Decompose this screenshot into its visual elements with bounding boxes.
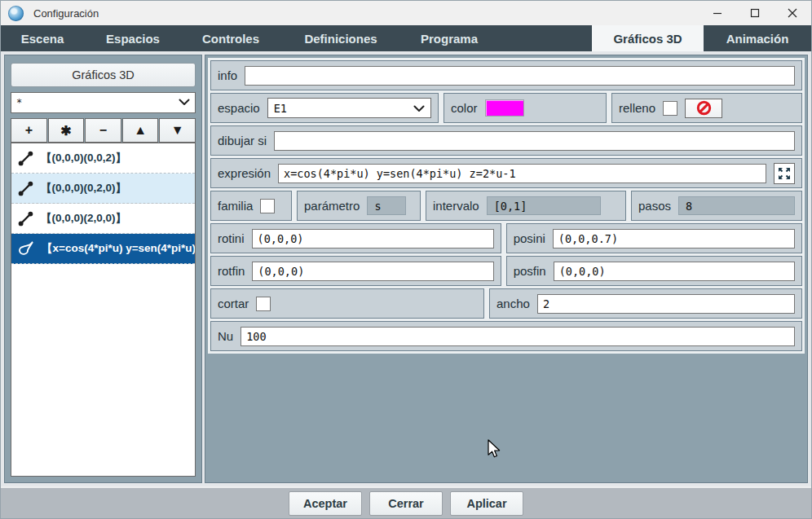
dibujar-si-label: dibujar si <box>218 134 267 147</box>
espacio-dropdown[interactable]: E1 <box>267 98 431 118</box>
dibujar-si-row: dibujar si <box>210 125 802 156</box>
tab-espacios[interactable]: Espacios <box>84 25 182 51</box>
move-up-button[interactable]: ▲ <box>122 118 159 143</box>
rotini-row: rotini <box>210 223 501 253</box>
minimize-button[interactable] <box>699 1 736 25</box>
footer-bar: Aceptar Cerrar Aplicar <box>1 486 811 518</box>
configuration-window: Configuración Escena Espacios Controles … <box>0 0 812 519</box>
familia-row: familia <box>210 191 292 221</box>
intervalo-field: [0,1] <box>487 196 601 215</box>
sidebar-title-button[interactable]: Gráficos 3D <box>11 63 196 87</box>
maximize-icon <box>750 8 760 18</box>
posini-input[interactable] <box>553 229 795 249</box>
filter-value: * <box>16 97 22 108</box>
add-graphic-button[interactable]: + <box>11 118 47 143</box>
close-icon <box>788 8 797 18</box>
info-label: info <box>218 68 237 82</box>
espacio-label: espacio <box>218 101 260 115</box>
expresion-label: expresión <box>218 166 271 180</box>
posfin-label: posfin <box>514 264 546 278</box>
espacio-value: E1 <box>274 102 287 115</box>
chevron-down-icon <box>179 97 190 108</box>
tab-programa[interactable]: Programa <box>402 25 496 51</box>
tab-animacion[interactable]: Animación <box>704 25 811 51</box>
list-item[interactable]: 【(0,0,0)(0,0,2)】 <box>11 143 195 174</box>
familia-label: familia <box>218 199 253 213</box>
nu-label: Nu <box>218 329 233 343</box>
list-item[interactable]: 【(0,0,0)(0,2,0)】 <box>11 174 195 204</box>
main-area: Gráficos 3D * + ✱ − ▲ ▼ 【(0 <box>1 51 811 486</box>
fill-color-button[interactable] <box>685 99 722 118</box>
relleno-checkbox[interactable] <box>663 101 677 116</box>
posfin-input[interactable] <box>554 262 795 281</box>
parametro-row: parámetro s <box>297 191 421 221</box>
parametro-label: parámetro <box>304 199 360 213</box>
window-title: Configuración <box>33 7 99 20</box>
rotini-input[interactable] <box>252 229 494 249</box>
intervalo-row: intervalo [0,1] <box>426 191 626 221</box>
chevron-down-icon <box>413 102 425 115</box>
color-label: color <box>451 101 478 115</box>
posini-label: posini <box>514 231 545 245</box>
close-dialog-button[interactable]: Cerrar <box>369 491 443 516</box>
ancho-row: ancho <box>489 288 802 319</box>
familia-checkbox[interactable] <box>260 199 275 213</box>
tab-definiciones[interactable]: Definiciones <box>280 25 402 51</box>
no-fill-icon <box>696 100 712 116</box>
info-row: info <box>210 60 802 90</box>
expresion-input[interactable] <box>278 164 766 183</box>
expresion-row: expresión <box>210 158 802 188</box>
dibujar-si-input[interactable] <box>274 131 795 151</box>
graphics-list: 【(0,0,0)(0,0,2)】 【(0,0,0)(0,2,0)】 【(0,0,… <box>11 143 196 477</box>
ancho-input[interactable] <box>537 294 795 314</box>
expand-arrows-icon <box>777 166 792 181</box>
tab-controles[interactable]: Controles <box>182 25 280 51</box>
segment-icon <box>17 210 34 227</box>
nu-input[interactable] <box>241 327 795 346</box>
list-item[interactable]: 【x=cos(4*pi*u) y=sen(4*pi*u) z=2*u-1】 <box>11 234 195 264</box>
graphics-filter-dropdown[interactable]: * <box>11 92 196 113</box>
graphics-list-panel: Gráficos 3D * + ✱ − ▲ ▼ 【(0 <box>4 55 202 483</box>
remove-graphic-button[interactable]: − <box>85 118 121 143</box>
parametro-field: s <box>367 196 406 215</box>
maximize-button[interactable] <box>736 1 774 25</box>
graphic-properties-panel: info espacio E1 <box>205 55 808 483</box>
rotfin-input[interactable] <box>252 262 493 281</box>
tab-spacer <box>496 25 592 51</box>
expand-editor-button[interactable] <box>774 163 795 184</box>
rotini-label: rotini <box>218 231 245 245</box>
tab-escena[interactable]: Escena <box>1 25 84 51</box>
espacio-row: espacio E1 <box>210 93 439 123</box>
nu-row: Nu <box>210 321 802 351</box>
ancho-label: ancho <box>496 297 530 310</box>
tab-bar: Escena Espacios Controles Definiciones P… <box>1 25 811 51</box>
move-down-button[interactable]: ▼ <box>159 118 196 143</box>
cortar-label: cortar <box>218 297 249 310</box>
segment-icon <box>17 150 34 167</box>
rotfin-label: rotfin <box>218 264 245 278</box>
color-row: color <box>444 93 607 123</box>
curve-icon <box>17 240 35 257</box>
title-bar: Configuración <box>1 1 811 25</box>
pasos-label: pasos <box>638 199 671 213</box>
posini-row: posini <box>506 223 802 253</box>
duplicate-graphic-button[interactable]: ✱ <box>48 118 85 143</box>
minimize-icon <box>713 8 722 18</box>
relleno-row: relleno <box>611 93 802 123</box>
apply-button[interactable]: Aplicar <box>450 491 523 516</box>
list-item[interactable]: 【(0,0,0)(2,0,0)】 <box>11 204 195 234</box>
relleno-label: relleno <box>619 101 655 115</box>
pasos-row: pasos 8 <box>631 191 802 221</box>
tab-graficos-3d[interactable]: Gráficos 3D <box>592 25 704 51</box>
pasos-field: 8 <box>678 196 795 215</box>
cortar-row: cortar <box>210 288 484 319</box>
app-logo-icon <box>8 6 24 21</box>
intervalo-label: intervalo <box>433 199 479 213</box>
info-input[interactable] <box>245 66 795 86</box>
accept-button[interactable]: Aceptar <box>289 491 362 516</box>
cortar-checkbox[interactable] <box>256 297 271 311</box>
rotfin-row: rotfin <box>210 256 501 286</box>
color-swatch[interactable] <box>485 99 524 117</box>
segment-icon <box>17 180 34 197</box>
close-button[interactable] <box>774 1 811 25</box>
